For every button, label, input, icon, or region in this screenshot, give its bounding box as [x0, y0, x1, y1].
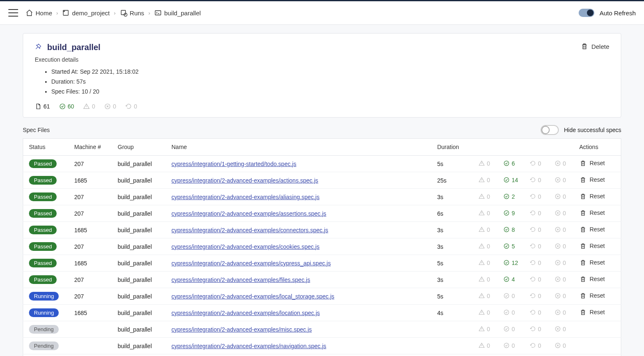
- stat-failed: 0: [555, 326, 566, 332]
- cell-duration: 3s: [431, 272, 473, 288]
- stat-flaky: 0: [479, 177, 490, 183]
- breadcrumb-current[interactable]: build_parallel: [154, 9, 201, 17]
- reset-button[interactable]: Reset: [579, 160, 605, 167]
- stat-passed: 0: [503, 309, 515, 316]
- spec-link[interactable]: cypress/integration/2-advanced-examples/…: [172, 277, 310, 283]
- cell-machine: 207: [69, 272, 112, 288]
- stat-flaky: 0: [479, 210, 490, 216]
- spec-link[interactable]: cypress/integration/2-advanced-examples/…: [172, 243, 320, 250]
- cell-group: build_parallel: [112, 222, 166, 238]
- specs-table: Status Machine # Group Name Duration Act…: [23, 138, 621, 356]
- spec-link[interactable]: cypress/integration/2-advanced-examples/…: [172, 194, 320, 200]
- status-badge: Running: [29, 292, 59, 301]
- cell-machine: 207: [69, 288, 112, 305]
- summary-failed: 0: [104, 103, 116, 110]
- svg-point-20: [504, 277, 509, 281]
- breadcrumb-home[interactable]: Home: [26, 9, 52, 17]
- stat-passed: 4: [503, 276, 515, 283]
- breadcrumb-project[interactable]: demo_project: [62, 9, 110, 17]
- delete-button[interactable]: Delete: [581, 43, 609, 50]
- details-list: Started At: Sep 22 2021, 15:18:02 Durati…: [51, 67, 139, 96]
- table-row: Passed 1685 build_parallel cypress/integ…: [23, 255, 621, 272]
- spec-link[interactable]: cypress/integration/2-advanced-examples/…: [172, 310, 320, 316]
- menu-icon[interactable]: [8, 9, 18, 17]
- topbar-right: Auto Refresh: [579, 9, 636, 17]
- status-badge: Passed: [29, 209, 57, 218]
- reset-label: Reset: [590, 259, 605, 266]
- stat-passed: 2: [503, 193, 515, 200]
- breadcrumb-label: build_parallel: [164, 10, 201, 17]
- cell-duration: 25s: [431, 172, 473, 189]
- cell-machine: 1685: [69, 222, 112, 238]
- stat-failed: 0: [555, 342, 566, 349]
- breadcrumb-runs[interactable]: Runs: [120, 9, 144, 17]
- stat-flaky: 0: [479, 342, 490, 349]
- reset-button[interactable]: Reset: [579, 309, 605, 316]
- cell-machine: 207: [69, 205, 112, 222]
- status-badge: Pending: [29, 325, 59, 334]
- trash-icon: [581, 43, 588, 50]
- run-title: build_parallel: [47, 43, 101, 52]
- svg-point-14: [504, 227, 509, 232]
- run-card: build_parallel Execution details Started…: [23, 33, 621, 118]
- spec-link[interactable]: cypress/integration/2-advanced-examples/…: [172, 343, 326, 349]
- svg-rect-0: [63, 10, 68, 15]
- title-row: build_parallel: [35, 43, 139, 52]
- stat-flaky: 0: [479, 276, 490, 283]
- status-badge: Passed: [29, 259, 57, 267]
- reset-button[interactable]: Reset: [579, 226, 605, 233]
- reset-button[interactable]: Reset: [579, 193, 605, 200]
- spec-link[interactable]: cypress/integration/2-advanced-examples/…: [172, 293, 335, 300]
- stat-flaky: 0: [479, 243, 490, 250]
- svg-point-26: [504, 327, 509, 331]
- retry-icon: [125, 103, 132, 110]
- reset-button[interactable]: Reset: [579, 292, 605, 299]
- spec-link[interactable]: cypress/integration/2-advanced-examples/…: [172, 326, 312, 333]
- spec-link[interactable]: cypress/integration/2-advanced-examples/…: [172, 227, 328, 233]
- table-row: Pending build_parallel cypress/integrati…: [23, 321, 621, 338]
- breadcrumb-sep: ›: [148, 10, 150, 16]
- reset-button[interactable]: Reset: [579, 259, 605, 266]
- delete-label: Delete: [591, 43, 609, 50]
- stat-retry: 0: [530, 210, 541, 216]
- svg-point-28: [504, 343, 509, 348]
- stat-failed: 0: [555, 309, 566, 316]
- reset-button[interactable]: Reset: [579, 276, 605, 283]
- spec-link[interactable]: cypress/integration/1-getting-started/to…: [172, 161, 297, 167]
- reset-label: Reset: [590, 226, 605, 233]
- cell-group: build_parallel: [112, 288, 166, 305]
- cell-group: build_parallel: [112, 189, 166, 205]
- summary-total: 61: [35, 103, 50, 110]
- spec-link[interactable]: cypress/integration/2-advanced-examples/…: [172, 260, 331, 267]
- reset-button[interactable]: Reset: [579, 176, 605, 183]
- reset-button[interactable]: Reset: [579, 243, 605, 250]
- table-row: Passed 1685 build_parallel cypress/integ…: [23, 172, 621, 189]
- spec-link[interactable]: cypress/integration/2-advanced-examples/…: [172, 210, 326, 217]
- cell-machine: [69, 321, 112, 338]
- hide-specs-toggle[interactable]: [541, 125, 559, 135]
- cell-group: build_parallel: [112, 255, 166, 272]
- stat-flaky: 0: [479, 309, 490, 316]
- stat-failed: 0: [555, 276, 566, 283]
- cell-machine: 1685: [69, 305, 112, 321]
- spec-link[interactable]: cypress/integration/2-advanced-examples/…: [172, 177, 318, 184]
- status-badge: Passed: [29, 242, 57, 251]
- breadcrumb-sep: ›: [56, 10, 58, 16]
- stat-flaky: 0: [479, 260, 490, 266]
- stat-passed: 0: [503, 293, 515, 299]
- topbar-left: Home › demo_project › Runs › build_paral…: [8, 9, 201, 17]
- col-machine: Machine #: [69, 139, 112, 156]
- table-row: Passed 207 build_parallel cypress/integr…: [23, 189, 621, 205]
- breadcrumb: Home › demo_project › Runs › build_paral…: [26, 9, 201, 17]
- stat-retry: 0: [530, 326, 541, 332]
- x-circle-icon: [104, 103, 111, 110]
- stat-retry: 0: [530, 293, 541, 299]
- cell-group: build_parallel: [112, 354, 166, 356]
- auto-refresh-toggle[interactable]: [579, 9, 594, 17]
- col-status: Status: [23, 139, 69, 156]
- svg-rect-1: [121, 10, 126, 15]
- col-actions: Actions: [574, 139, 621, 156]
- reset-button[interactable]: Reset: [579, 209, 605, 216]
- stat-passed: 9: [503, 210, 515, 216]
- table-row: Passed 207 build_parallel cypress/integr…: [23, 238, 621, 255]
